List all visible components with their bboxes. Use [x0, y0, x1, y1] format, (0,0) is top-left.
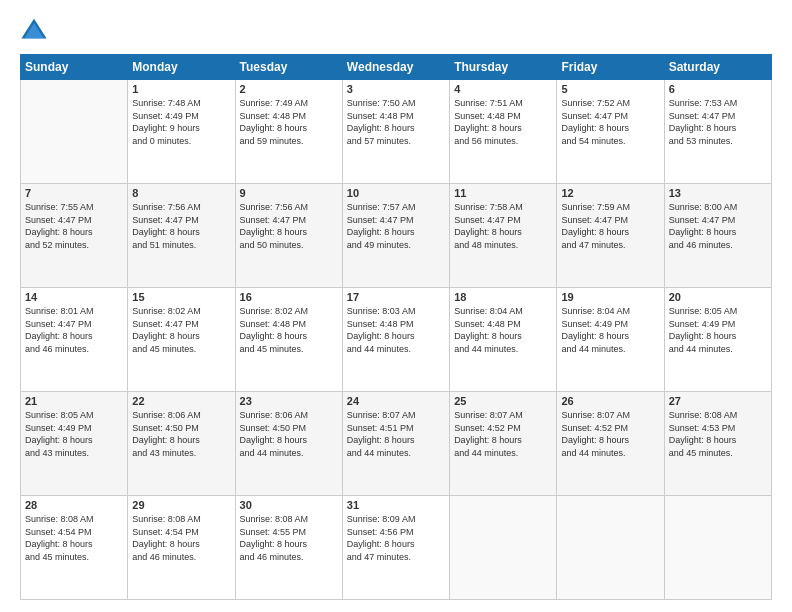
calendar-cell: 29Sunrise: 8:08 AM Sunset: 4:54 PM Dayli…	[128, 496, 235, 600]
day-info: Sunrise: 8:05 AM Sunset: 4:49 PM Dayligh…	[669, 305, 767, 355]
calendar-cell: 25Sunrise: 8:07 AM Sunset: 4:52 PM Dayli…	[450, 392, 557, 496]
day-number: 9	[240, 187, 338, 199]
calendar-cell: 11Sunrise: 7:58 AM Sunset: 4:47 PM Dayli…	[450, 184, 557, 288]
logo	[20, 16, 52, 44]
calendar-cell: 15Sunrise: 8:02 AM Sunset: 4:47 PM Dayli…	[128, 288, 235, 392]
calendar-header-sunday: Sunday	[21, 55, 128, 80]
day-info: Sunrise: 8:06 AM Sunset: 4:50 PM Dayligh…	[240, 409, 338, 459]
day-info: Sunrise: 7:52 AM Sunset: 4:47 PM Dayligh…	[561, 97, 659, 147]
day-number: 19	[561, 291, 659, 303]
day-info: Sunrise: 7:56 AM Sunset: 4:47 PM Dayligh…	[132, 201, 230, 251]
calendar-cell: 6Sunrise: 7:53 AM Sunset: 4:47 PM Daylig…	[664, 80, 771, 184]
calendar-cell	[664, 496, 771, 600]
day-number: 17	[347, 291, 445, 303]
calendar-cell: 2Sunrise: 7:49 AM Sunset: 4:48 PM Daylig…	[235, 80, 342, 184]
day-info: Sunrise: 8:06 AM Sunset: 4:50 PM Dayligh…	[132, 409, 230, 459]
calendar-cell: 1Sunrise: 7:48 AM Sunset: 4:49 PM Daylig…	[128, 80, 235, 184]
calendar-cell: 23Sunrise: 8:06 AM Sunset: 4:50 PM Dayli…	[235, 392, 342, 496]
day-number: 30	[240, 499, 338, 511]
calendar-week-row: 14Sunrise: 8:01 AM Sunset: 4:47 PM Dayli…	[21, 288, 772, 392]
day-number: 28	[25, 499, 123, 511]
calendar-cell: 5Sunrise: 7:52 AM Sunset: 4:47 PM Daylig…	[557, 80, 664, 184]
calendar-cell: 19Sunrise: 8:04 AM Sunset: 4:49 PM Dayli…	[557, 288, 664, 392]
calendar-week-row: 7Sunrise: 7:55 AM Sunset: 4:47 PM Daylig…	[21, 184, 772, 288]
calendar-cell: 10Sunrise: 7:57 AM Sunset: 4:47 PM Dayli…	[342, 184, 449, 288]
day-number: 21	[25, 395, 123, 407]
day-info: Sunrise: 7:48 AM Sunset: 4:49 PM Dayligh…	[132, 97, 230, 147]
day-number: 1	[132, 83, 230, 95]
logo-icon	[20, 16, 48, 44]
day-number: 6	[669, 83, 767, 95]
day-info: Sunrise: 8:03 AM Sunset: 4:48 PM Dayligh…	[347, 305, 445, 355]
calendar-cell: 22Sunrise: 8:06 AM Sunset: 4:50 PM Dayli…	[128, 392, 235, 496]
calendar-cell: 21Sunrise: 8:05 AM Sunset: 4:49 PM Dayli…	[21, 392, 128, 496]
day-number: 3	[347, 83, 445, 95]
calendar-cell: 3Sunrise: 7:50 AM Sunset: 4:48 PM Daylig…	[342, 80, 449, 184]
day-number: 23	[240, 395, 338, 407]
day-number: 24	[347, 395, 445, 407]
calendar-cell	[21, 80, 128, 184]
day-info: Sunrise: 8:07 AM Sunset: 4:51 PM Dayligh…	[347, 409, 445, 459]
header	[20, 16, 772, 44]
calendar-cell: 12Sunrise: 7:59 AM Sunset: 4:47 PM Dayli…	[557, 184, 664, 288]
calendar-cell: 18Sunrise: 8:04 AM Sunset: 4:48 PM Dayli…	[450, 288, 557, 392]
day-info: Sunrise: 7:50 AM Sunset: 4:48 PM Dayligh…	[347, 97, 445, 147]
page: SundayMondayTuesdayWednesdayThursdayFrid…	[0, 0, 792, 612]
day-info: Sunrise: 7:56 AM Sunset: 4:47 PM Dayligh…	[240, 201, 338, 251]
day-number: 2	[240, 83, 338, 95]
day-info: Sunrise: 7:58 AM Sunset: 4:47 PM Dayligh…	[454, 201, 552, 251]
day-number: 8	[132, 187, 230, 199]
day-number: 18	[454, 291, 552, 303]
day-number: 16	[240, 291, 338, 303]
day-info: Sunrise: 8:02 AM Sunset: 4:47 PM Dayligh…	[132, 305, 230, 355]
calendar-cell: 14Sunrise: 8:01 AM Sunset: 4:47 PM Dayli…	[21, 288, 128, 392]
day-number: 25	[454, 395, 552, 407]
day-info: Sunrise: 7:59 AM Sunset: 4:47 PM Dayligh…	[561, 201, 659, 251]
day-number: 4	[454, 83, 552, 95]
calendar-header-row: SundayMondayTuesdayWednesdayThursdayFrid…	[21, 55, 772, 80]
day-number: 12	[561, 187, 659, 199]
calendar-header-friday: Friday	[557, 55, 664, 80]
day-number: 26	[561, 395, 659, 407]
calendar-cell: 17Sunrise: 8:03 AM Sunset: 4:48 PM Dayli…	[342, 288, 449, 392]
calendar-cell: 28Sunrise: 8:08 AM Sunset: 4:54 PM Dayli…	[21, 496, 128, 600]
calendar-header-thursday: Thursday	[450, 55, 557, 80]
calendar-cell: 16Sunrise: 8:02 AM Sunset: 4:48 PM Dayli…	[235, 288, 342, 392]
calendar-cell: 9Sunrise: 7:56 AM Sunset: 4:47 PM Daylig…	[235, 184, 342, 288]
day-number: 22	[132, 395, 230, 407]
calendar-week-row: 1Sunrise: 7:48 AM Sunset: 4:49 PM Daylig…	[21, 80, 772, 184]
day-info: Sunrise: 8:05 AM Sunset: 4:49 PM Dayligh…	[25, 409, 123, 459]
day-number: 20	[669, 291, 767, 303]
calendar-cell	[557, 496, 664, 600]
calendar-cell: 30Sunrise: 8:08 AM Sunset: 4:55 PM Dayli…	[235, 496, 342, 600]
calendar-cell: 31Sunrise: 8:09 AM Sunset: 4:56 PM Dayli…	[342, 496, 449, 600]
calendar-cell	[450, 496, 557, 600]
calendar-header-monday: Monday	[128, 55, 235, 80]
day-info: Sunrise: 7:51 AM Sunset: 4:48 PM Dayligh…	[454, 97, 552, 147]
calendar-cell: 26Sunrise: 8:07 AM Sunset: 4:52 PM Dayli…	[557, 392, 664, 496]
day-info: Sunrise: 7:55 AM Sunset: 4:47 PM Dayligh…	[25, 201, 123, 251]
day-info: Sunrise: 8:00 AM Sunset: 4:47 PM Dayligh…	[669, 201, 767, 251]
day-info: Sunrise: 8:08 AM Sunset: 4:53 PM Dayligh…	[669, 409, 767, 459]
day-info: Sunrise: 7:57 AM Sunset: 4:47 PM Dayligh…	[347, 201, 445, 251]
calendar-cell: 20Sunrise: 8:05 AM Sunset: 4:49 PM Dayli…	[664, 288, 771, 392]
day-number: 7	[25, 187, 123, 199]
day-number: 15	[132, 291, 230, 303]
day-number: 27	[669, 395, 767, 407]
day-info: Sunrise: 8:09 AM Sunset: 4:56 PM Dayligh…	[347, 513, 445, 563]
calendar-table: SundayMondayTuesdayWednesdayThursdayFrid…	[20, 54, 772, 600]
day-info: Sunrise: 7:49 AM Sunset: 4:48 PM Dayligh…	[240, 97, 338, 147]
day-info: Sunrise: 8:04 AM Sunset: 4:48 PM Dayligh…	[454, 305, 552, 355]
calendar-cell: 27Sunrise: 8:08 AM Sunset: 4:53 PM Dayli…	[664, 392, 771, 496]
day-info: Sunrise: 8:07 AM Sunset: 4:52 PM Dayligh…	[561, 409, 659, 459]
day-number: 31	[347, 499, 445, 511]
day-info: Sunrise: 8:08 AM Sunset: 4:54 PM Dayligh…	[25, 513, 123, 563]
calendar-header-wednesday: Wednesday	[342, 55, 449, 80]
calendar-cell: 4Sunrise: 7:51 AM Sunset: 4:48 PM Daylig…	[450, 80, 557, 184]
day-info: Sunrise: 7:53 AM Sunset: 4:47 PM Dayligh…	[669, 97, 767, 147]
day-number: 14	[25, 291, 123, 303]
day-number: 10	[347, 187, 445, 199]
calendar-week-row: 28Sunrise: 8:08 AM Sunset: 4:54 PM Dayli…	[21, 496, 772, 600]
day-info: Sunrise: 8:02 AM Sunset: 4:48 PM Dayligh…	[240, 305, 338, 355]
day-number: 13	[669, 187, 767, 199]
